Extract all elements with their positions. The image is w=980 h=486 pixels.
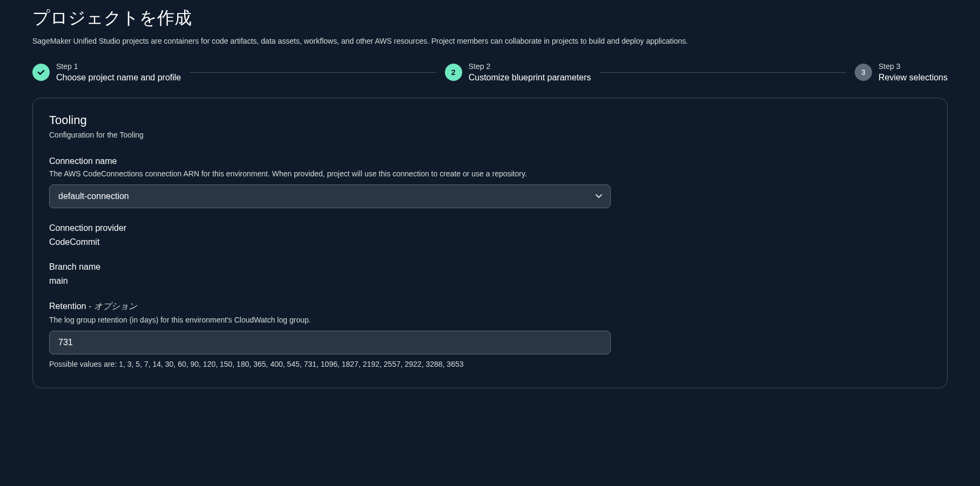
step-2-title: Customize blueprint parameters	[469, 73, 591, 83]
section-description: Configuration for the Tooling	[49, 131, 931, 139]
connection-provider-value: CodeCommit	[49, 237, 931, 247]
step-2[interactable]: 2 Step 2 Customize blueprint parameters	[445, 62, 591, 83]
step-divider	[190, 72, 436, 73]
connection-name-field: Connection name The AWS CodeConnections …	[49, 156, 931, 208]
connection-name-select[interactable]: default-connection	[49, 184, 611, 208]
step-1-label: Step 1	[56, 62, 181, 71]
wizard-stepper: Step 1 Choose project name and profile 2…	[32, 62, 948, 83]
retention-field: Retention - オプション The log group retentio…	[49, 301, 931, 368]
step-divider	[599, 72, 846, 73]
retention-optional-tag: - オプション	[86, 302, 137, 311]
checkmark-icon	[37, 68, 45, 77]
step-active-icon: 2	[445, 64, 462, 81]
page-description: SageMaker Unified Studio projects are co…	[32, 36, 948, 47]
step-3-label: Step 3	[878, 62, 948, 71]
section-title: Tooling	[49, 113, 931, 127]
step-3-title: Review selections	[878, 73, 948, 83]
step-1[interactable]: Step 1 Choose project name and profile	[32, 62, 181, 83]
step-pending-icon: 3	[855, 64, 872, 81]
step-2-label: Step 2	[469, 62, 591, 71]
retention-description: The log group retention (in days) for th…	[49, 316, 931, 324]
step-1-title: Choose project name and profile	[56, 73, 181, 83]
retention-helper: Possible values are: 1, 3, 5, 7, 14, 30,…	[49, 360, 931, 368]
retention-label-text: Retention	[49, 302, 86, 311]
branch-name-label: Branch name	[49, 262, 931, 272]
branch-name-field: Branch name main	[49, 262, 931, 286]
retention-input[interactable]	[49, 331, 611, 354]
connection-provider-field: Connection provider CodeCommit	[49, 223, 931, 247]
retention-label: Retention - オプション	[49, 301, 931, 312]
step-3[interactable]: 3 Step 3 Review selections	[855, 62, 948, 83]
page-title: プロジェクトを作成	[32, 0, 948, 30]
step-completed-icon	[32, 64, 50, 81]
form-container: Tooling Configuration for the Tooling Co…	[32, 98, 948, 388]
branch-name-value: main	[49, 276, 931, 286]
connection-name-description: The AWS CodeConnections connection ARN f…	[49, 169, 931, 178]
connection-provider-label: Connection provider	[49, 223, 931, 233]
connection-name-label: Connection name	[49, 156, 931, 166]
